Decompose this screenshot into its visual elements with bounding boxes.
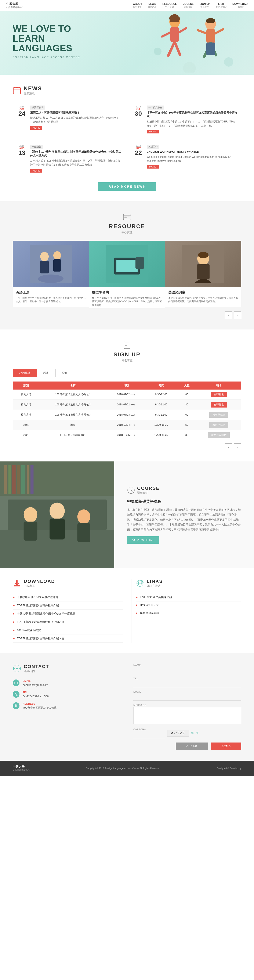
svg-line-5 (179, 28, 186, 32)
svg-rect-78 (14, 682, 18, 684)
nav-signup[interactable]: SIGN UP 報名專區 (200, 3, 210, 8)
svg-rect-59 (12, 465, 16, 494)
signup-tab-0[interactable]: 校內具構 (13, 369, 37, 377)
nav-link[interactable]: LINK 外語充電站 (216, 3, 227, 8)
download-item-2[interactable]: ► 中興大學 外語資源課程介紹 中心106學年度總覽 (13, 610, 123, 618)
svg-rect-61 (21, 465, 25, 494)
svg-point-42 (198, 252, 208, 258)
download-item-1[interactable]: ► TOEFL托進英能講座報件程序介紹 (13, 601, 123, 610)
signup-icon (122, 340, 132, 350)
tel-input[interactable] (133, 681, 241, 687)
register-btn-1[interactable]: 立即報名 (211, 402, 227, 407)
resource-img-1 (30, 245, 72, 283)
resource-card-1: 英語工房 本中心提供學生與外籍導師或同學，相互提升英文能力，讓同學們在自然、輕鬆… (13, 241, 89, 308)
hero-title-line1: WE LOVE TO (13, 24, 102, 33)
links-section: LINKS 外語充電站 ► LIVE ABC 全民英検練習組 ► IT'S YO… (131, 579, 241, 643)
download-item-5[interactable]: ► TOEFL托進英能講座報件程序介紹內容 (13, 635, 123, 643)
course-desc: 本中心在提供英語（週六/週日）課程，其目的讓學生親自面臨在生活中更多元的英語課程… (127, 508, 241, 532)
download-section: DOWNLOAD 下載專區 ► 下載模板名稱-106學年度課程總覽 ► TOEF… (13, 579, 123, 643)
captcha-refresh-btn[interactable]: 換一張 (191, 731, 199, 735)
news-more-btn-4[interactable]: MORE (147, 165, 159, 169)
download-item-0[interactable]: ► 下載模板名稱-106學年度課程總覽 (13, 593, 123, 601)
contact-header: CONTACT 連絡我們 (13, 664, 121, 673)
contact-info: CONTACT 連絡我們 EMAIL hchuflac@gmail.com TE… (13, 664, 121, 750)
clear-btn[interactable]: CLEAR (176, 743, 208, 750)
header: 中興大學 外語學習資源中心 ABOUT 關於中心 NEWS 最新消息 RESOU… (0, 0, 254, 11)
chevron-right-icon: ► (13, 604, 15, 607)
resource-section: RESOURCE 中心資源 英語工房 本中心提供學生與外籍導師或同學，相互提升英… (0, 201, 254, 329)
signup-next-btn[interactable]: › (234, 444, 241, 451)
download-item-3[interactable]: ► TOEFL托進英能講座報件程序介紹內容 (13, 618, 123, 626)
news-title-cn: 最新消息 (24, 92, 42, 95)
nav-download[interactable]: DOWNLOAD 下載專區 (232, 3, 248, 8)
signup-section: SIGN UP 報名專區 校內具構 課班 課程 類別 名稱 日期 時間 人數 報… (0, 329, 254, 461)
th-count: 人數 (177, 382, 196, 390)
th-time: 時間 (145, 382, 177, 390)
nav-resource[interactable]: RESOURCE 中心資源 (162, 3, 177, 8)
signup-tabs: 校內具構 課班 課程 (13, 369, 241, 377)
register-btn-3[interactable]: 報名已截止 (209, 422, 228, 428)
signup-title-en: SIGN UP (13, 351, 241, 358)
course-title-en: COURSE (137, 485, 160, 491)
download-item-4[interactable]: ► 106學年度課程總覽 (13, 626, 123, 635)
svg-point-31 (53, 251, 61, 260)
resource-title-cn: 中心資源 (13, 231, 241, 234)
svg-point-79 (16, 705, 17, 706)
footer-copyright: Copyright © 2018 Foreign Language Access… (86, 767, 161, 770)
calendar-icon (13, 86, 21, 95)
svg-point-14 (206, 18, 215, 23)
svg-point-52 (50, 503, 65, 519)
course-title-cn: 課程介紹 (137, 491, 160, 495)
send-btn[interactable]: SEND (211, 743, 241, 750)
news-title-2: 【不一英文社告】107學年度第/轉學生以英文粒室幫助成績免修參考中請方式 (147, 111, 238, 118)
links-item-2[interactable]: ► 媒體學習英語組 (136, 609, 241, 617)
svg-rect-51 (24, 522, 37, 541)
register-btn-2[interactable]: 報名已截止 (209, 412, 228, 418)
links-item-0[interactable]: ► LIVE ABC 全民英検練習組 (136, 593, 241, 601)
news-grid: 2018 OCT 24 演講工作坊 演講工坊－英語演講指南活動教室來囉！ 演講工… (13, 102, 241, 176)
svg-rect-62 (27, 465, 29, 494)
download-title-cn: 下載專區 (24, 584, 55, 588)
message-input[interactable] (133, 707, 241, 724)
links-item-1[interactable]: ► IT'S YOUR JOB (136, 601, 241, 609)
news-more-btn-3[interactable]: MORE (30, 169, 42, 173)
resource-next-btn[interactable]: › (234, 312, 241, 319)
svg-point-18 (191, 17, 196, 22)
nav-news[interactable]: NEWS 最新消息 (148, 3, 157, 8)
news-title-en: NEWS (24, 85, 42, 92)
view-detail-btn[interactable]: VIEW DETAIL (127, 536, 160, 544)
svg-rect-43 (124, 341, 130, 348)
signup-tab-2[interactable]: 課程 (56, 369, 74, 377)
chevron-right-icon: ► (136, 596, 138, 599)
news-tag-4: 英語工作 (147, 145, 160, 149)
name-input[interactable] (133, 667, 241, 674)
contact-title-en: CONTACT (24, 664, 49, 669)
resource-icon (122, 212, 132, 221)
phone-icon (14, 693, 18, 696)
register-btn-4[interactable]: 報名目前開放 (208, 432, 230, 438)
contact-form: NAME TEL EMAIL MESSAGE CAPTCHA h₅r922 換一… (133, 664, 241, 750)
form-email-row: EMAIL (133, 690, 241, 701)
news-content-1: 演講工坊訂於107年12月16日，大家歡迎參加幫助英語能力的提升，歡迎報名！（詳… (30, 116, 121, 124)
svg-rect-25 (125, 216, 126, 218)
table-row: 課班 IELTS 整合英語補習班 2018/12/05 (三) 17:00-18… (13, 430, 241, 440)
news-section: NEWS 最新消息 2018 OCT 24 演講工作坊 演講工坊－英語演講指南活… (0, 75, 254, 201)
signup-tab-1[interactable]: 課班 (37, 369, 56, 377)
nav-course[interactable]: COURSE 課程介紹 (183, 3, 193, 8)
email-input[interactable] (133, 694, 241, 701)
signup-prev-btn[interactable]: ‹ (225, 444, 232, 451)
view-detail-label: VIEW DETAIL (137, 538, 154, 542)
nav-about[interactable]: ABOUT 關於中心 (133, 3, 142, 8)
register-btn-0[interactable]: 立即報名 (211, 392, 227, 398)
form-buttons: CLEAR SEND (133, 743, 241, 750)
footer-logo-cn: 中興大學 (13, 765, 30, 769)
form-captcha-row: CAPTCHA h₅r922 換一張 (133, 728, 241, 738)
read-more-news-btn[interactable]: READ MORE NEWS (98, 182, 156, 191)
tel-label: TEL (22, 691, 49, 694)
svg-line-11 (198, 30, 206, 33)
news-more-btn-2[interactable]: MORE (147, 130, 159, 134)
resource-prev-btn[interactable]: ‹ (225, 312, 232, 319)
news-more-btn-1[interactable]: MORE (30, 126, 42, 130)
captcha-input[interactable] (133, 732, 165, 738)
svg-line-2 (168, 42, 175, 56)
